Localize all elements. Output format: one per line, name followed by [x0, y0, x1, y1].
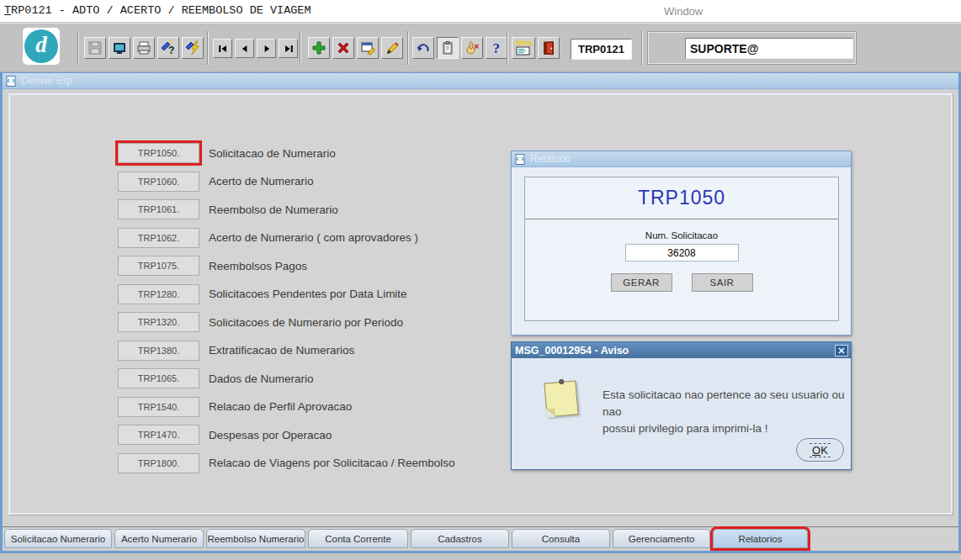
report-button-trp1280[interactable]: TRP1280. [118, 284, 199, 304]
clipboard-icon [439, 40, 456, 56]
pin-icon [559, 379, 565, 385]
sair-button[interactable]: SAIR [692, 273, 753, 292]
message-line: possui privilegio para imprimi-la ! [603, 420, 863, 437]
tab-consulta[interactable]: Consulta [512, 529, 610, 548]
report-row: TRP1540. Relacao de Perfil Aprovacao [118, 397, 454, 417]
gerar-button[interactable]: GERAR [611, 273, 672, 292]
toolbar-separator [507, 31, 508, 65]
svg-text:?: ? [168, 45, 174, 56]
undo-icon [415, 40, 432, 56]
print-icon [135, 40, 152, 56]
mdi-content: TRP1050. Solicitacao de Numerario TRP106… [3, 89, 958, 551]
tab-solicitacao-numerario[interactable]: Solicitacao Numerario [4, 529, 112, 548]
undo-button[interactable] [412, 37, 434, 59]
flash-button[interactable] [182, 37, 204, 59]
mdi-titlebar[interactable]: Denver Erp [3, 73, 958, 89]
user-group-box [647, 31, 857, 65]
aviso-title-text: MSG_00012954 - Aviso [515, 345, 629, 357]
hand-execute-icon [464, 40, 481, 56]
tab-gerenciamento[interactable]: Gerenciamento [613, 529, 710, 548]
report-item-label: Despesas por Operacao [209, 429, 332, 441]
report-button-trp1060[interactable]: TRP1060. [118, 172, 199, 192]
print-button[interactable] [133, 37, 155, 59]
report-item-label: Dados de Numerario [209, 372, 314, 385]
document-icon [6, 76, 17, 87]
report-button-trp1062[interactable]: TRP1062. [118, 228, 199, 248]
pencil-button[interactable] [381, 37, 403, 59]
report-item-label: Reembolsos Pagos [209, 260, 307, 272]
report-button-trp1050[interactable]: TRP1050. [118, 143, 199, 163]
report-row: TRP1061. Reembolso de Numerario [118, 199, 454, 219]
pencil-icon [384, 40, 401, 56]
menu-window-item[interactable]: Window [664, 5, 703, 18]
relatorio-dialog: Relatorio TRP1050 Num. Solicitacao GERAR… [511, 151, 852, 335]
menu-bar: TRP0121 - ADTO / ACERTO / REEMBOLSO DE V… [0, 0, 961, 23]
check-help-button[interactable]: ? [157, 37, 179, 59]
help-button[interactable]: ? [486, 37, 507, 59]
report-row: TRP1060. Acerto de Numerario [118, 172, 454, 192]
report-item-label: Relacao de Perfil Aprovacao [209, 400, 352, 413]
tab-cadastros[interactable]: Cadastros [411, 529, 509, 548]
report-button-trp1320[interactable]: TRP1320. [118, 312, 199, 332]
report-button-trp1061[interactable]: TRP1061. [118, 199, 199, 219]
relatorio-header: TRP1050 [525, 177, 838, 219]
exit-button[interactable] [538, 37, 560, 59]
screen-button[interactable] [109, 37, 130, 59]
num-solicitacao-input[interactable] [625, 244, 739, 262]
toolbar: d ? ? Menu [0, 23, 961, 72]
delete-icon [335, 40, 352, 56]
tab-reembolso-numerario[interactable]: Reembolso Numerario [206, 529, 305, 548]
edit-window-button[interactable] [357, 37, 379, 59]
ok-button[interactable]: OK [796, 438, 844, 462]
nav-last-button[interactable] [279, 39, 298, 58]
report-button-trp1065[interactable]: TRP1065. [118, 368, 199, 388]
ok-button-label: OK [810, 443, 831, 457]
report-row: TRP1380. Extratificacao de Numerarios [118, 341, 454, 361]
nav-first-icon [216, 42, 230, 55]
tab-bar: Solicitacao Numerario Acerto Numerario R… [3, 526, 958, 549]
report-button-trp1075[interactable]: TRP1075. [118, 256, 199, 276]
report-row: TRP1800. Relacao de Viagens por Solicita… [118, 453, 454, 473]
flash-icon [184, 40, 201, 56]
report-code-heading: TRP1050 [638, 187, 725, 209]
tab-conta-corrente[interactable]: Conta Corrente [308, 529, 408, 548]
check-help-icon: ? [160, 40, 177, 56]
aviso-titlebar[interactable]: MSG_00012954 - Aviso [512, 342, 851, 358]
delete-button[interactable] [332, 37, 354, 59]
relatorio-titlebar[interactable]: Relatorio [512, 151, 851, 167]
toolbar-separator [641, 31, 643, 65]
toolbar-separator [407, 31, 409, 65]
svg-text:Menu: Menu [516, 39, 533, 47]
mdi-window: Denver Erp TRP1050. Solicitacao de Numer… [0, 72, 961, 553]
nav-first-button[interactable] [213, 39, 232, 58]
toolbar-separator [300, 31, 301, 65]
num-solicitacao-label: Num. Solicitacao [525, 230, 838, 240]
program-code-field[interactable] [571, 39, 632, 60]
nav-next-button[interactable] [257, 39, 276, 58]
menu-button[interactable]: Menu [512, 37, 535, 59]
tab-acerto-numerario[interactable]: Acerto Numerario [114, 529, 204, 548]
hand-execute-button[interactable] [461, 37, 483, 59]
close-button[interactable] [835, 345, 848, 357]
report-item-label: Solicitacoes Pendentes por Data Limite [209, 288, 407, 300]
report-button-trp1380[interactable]: TRP1380. [118, 341, 199, 361]
report-row: TRP1320. Solicitacoes de Numerario por P… [118, 312, 454, 332]
report-item-label: Acerto de Numerario [209, 175, 314, 188]
menu-icon: Menu [514, 39, 533, 57]
clipboard-button[interactable] [437, 37, 459, 59]
report-item-label: Solicitacoes de Numerario por Periodo [209, 316, 403, 329]
save-icon [87, 40, 104, 56]
add-button[interactable] [308, 37, 330, 59]
report-button-trp1540[interactable]: TRP1540. [118, 397, 199, 417]
nav-prev-button[interactable] [235, 39, 254, 58]
report-button-trp1470[interactable]: TRP1470. [118, 425, 199, 445]
message-text: Esta solicitacao nao pertence ao seu usu… [603, 387, 863, 437]
report-button-trp1800[interactable]: TRP1800. [118, 453, 199, 473]
tab-relatorios[interactable]: Relatorios [713, 529, 808, 548]
exit-door-icon [540, 40, 557, 56]
report-item-label: Reembolso de Numerario [209, 203, 338, 216]
user-field[interactable] [685, 38, 853, 59]
nav-last-icon [282, 42, 295, 55]
close-icon [838, 347, 845, 354]
save-button[interactable] [84, 37, 106, 59]
